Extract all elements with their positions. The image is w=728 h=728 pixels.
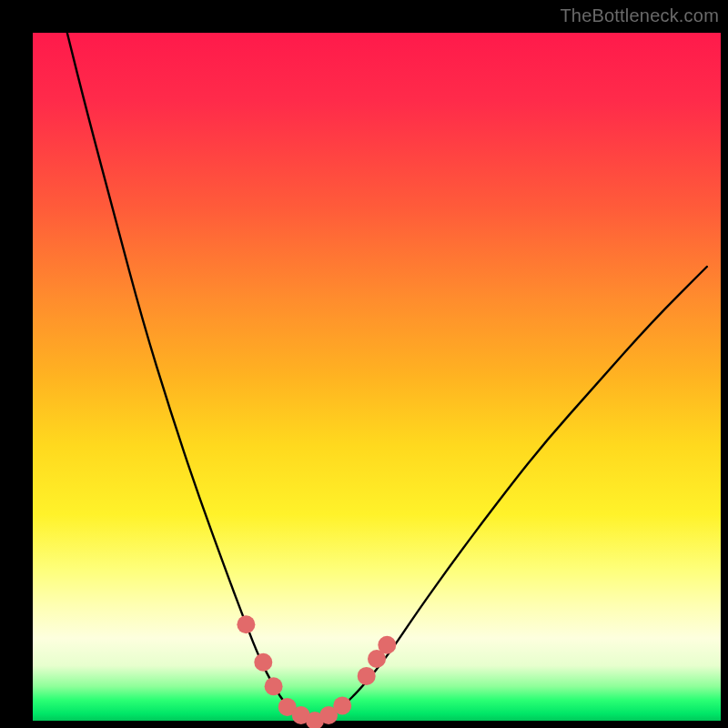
chart-frame: TheBottleneck.com	[0, 0, 728, 728]
highlight-dot	[265, 677, 283, 695]
highlight-dot	[333, 696, 351, 714]
watermark-text: TheBottleneck.com	[560, 5, 719, 26]
highlight-dot	[378, 636, 396, 654]
curve-svg	[33, 33, 721, 721]
highlight-dot	[254, 653, 272, 672]
highlight-dot	[358, 667, 376, 685]
bottleneck-curve-line	[67, 33, 707, 720]
highlight-dot	[237, 615, 255, 633]
highlight-dots-group	[237, 615, 396, 728]
plot-area	[33, 33, 721, 721]
